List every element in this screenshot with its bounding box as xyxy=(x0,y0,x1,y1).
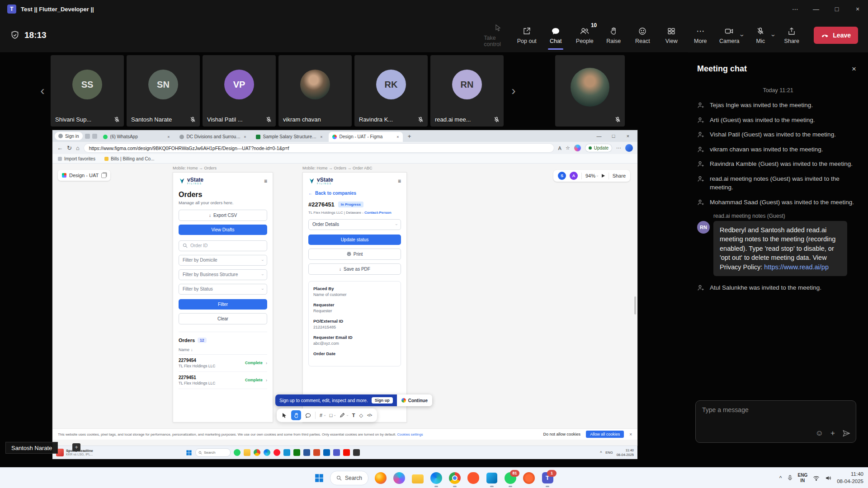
acrobat-icon[interactable] xyxy=(343,449,350,456)
language-indicator[interactable]: ENG IN xyxy=(798,473,808,483)
firefox-icon[interactable] xyxy=(374,472,387,484)
send-icon[interactable] xyxy=(842,429,850,437)
refresh-icon[interactable]: ↻ xyxy=(67,145,72,151)
browser-update-button[interactable]: Update xyxy=(585,144,612,152)
browser-maximize-button[interactable]: □ xyxy=(606,130,621,142)
participant-tile[interactable]: SS Shivani Sup... xyxy=(51,55,124,127)
frame-tool-icon[interactable]: # xyxy=(320,413,322,418)
pen-tool-icon[interactable] xyxy=(340,413,345,418)
update-status-button[interactable]: Update status xyxy=(308,235,401,245)
contact-person-link[interactable]: Contact-Person xyxy=(364,211,392,215)
terminal-icon[interactable] xyxy=(353,449,360,456)
filter-status-select[interactable]: Filter by Status › xyxy=(179,284,267,295)
bookmark-bills-item[interactable]: Bills | Billing and Co... xyxy=(104,156,155,161)
scroll-left-icon[interactable]: ‹ xyxy=(36,80,49,102)
shared-system-tray[interactable]: ^ ENG 11:40 08-04-2025 xyxy=(600,448,634,457)
taskbar-search-box[interactable]: Search xyxy=(330,471,368,485)
react-button[interactable]: React xyxy=(628,20,656,50)
url-field[interactable]: https://www.figma.com/design/9BKQ0FOHRWa… xyxy=(84,143,554,153)
edge-icon[interactable] xyxy=(264,449,270,456)
raise-hand-button[interactable]: Raise xyxy=(599,20,627,50)
order-details-select[interactable]: Order Details › xyxy=(308,219,401,230)
frame-title[interactable]: Mobile: Home → Orders xyxy=(173,166,217,170)
browser-signin-chip[interactable]: Sign in xyxy=(55,132,83,140)
collaborator-avatar[interactable]: A xyxy=(570,172,578,180)
tray-expand-icon[interactable]: ^ xyxy=(600,450,602,455)
save-as-pdf-button[interactable]: ↓ Save as PDF xyxy=(308,263,401,275)
teams-icon[interactable]: T1 xyxy=(541,472,554,484)
chevron-down-icon[interactable]: › xyxy=(323,415,327,416)
word-icon[interactable] xyxy=(303,449,310,456)
tab-dc-divisions[interactable]: DC Divisions and Surroundings × xyxy=(176,132,250,142)
view-drafts-button[interactable]: View Drafts xyxy=(179,225,267,235)
browser-close-button[interactable]: × xyxy=(621,130,635,142)
view-button[interactable]: View xyxy=(657,20,685,50)
filter-button[interactable]: Filter xyxy=(179,299,267,310)
print-button[interactable]: Print xyxy=(308,249,401,260)
browser-menu-icon[interactable]: ⋯ xyxy=(616,145,621,151)
shape-tool-icon[interactable]: □ xyxy=(330,413,333,418)
signup-button[interactable]: Sign up xyxy=(372,397,393,404)
clear-button[interactable]: Clear xyxy=(179,313,267,324)
leave-button[interactable]: Leave xyxy=(814,27,858,44)
chrome-icon[interactable] xyxy=(448,472,461,484)
frame-title[interactable]: Mobile: Home → Orders → Order ABC xyxy=(302,166,373,170)
tab-whatsapp[interactable]: (6) WhatsApp × xyxy=(99,132,174,142)
people-button[interactable]: 10 People xyxy=(571,20,599,50)
copilot-icon[interactable] xyxy=(574,145,581,151)
menu-icon[interactable]: ≡ xyxy=(398,178,401,184)
component-tool-icon[interactable]: ◇ xyxy=(359,413,363,418)
more-button[interactable]: ⋯ More xyxy=(686,20,714,50)
overlay-add-icon[interactable]: + xyxy=(72,443,80,451)
move-tool-icon[interactable] xyxy=(282,413,287,418)
scroll-right-icon[interactable]: › xyxy=(507,80,520,102)
chat-button[interactable]: Chat xyxy=(542,20,570,50)
back-to-companies-link[interactable]: ← Back to companies xyxy=(308,191,401,196)
brave-icon[interactable] xyxy=(467,472,480,484)
zoom-level[interactable]: 94% xyxy=(585,173,595,178)
file-explorer-icon[interactable] xyxy=(244,449,250,456)
tray-mic-icon[interactable] xyxy=(788,475,793,481)
continue-with-google-button[interactable]: Continue xyxy=(397,394,432,406)
participant-tile[interactable]: RK Ravindra K... xyxy=(354,55,428,127)
browser-profile-avatar[interactable] xyxy=(625,144,633,152)
start-icon[interactable] xyxy=(186,450,192,456)
opera-icon[interactable] xyxy=(274,449,280,456)
whatsapp-icon[interactable] xyxy=(234,449,241,456)
home-icon[interactable]: ⌂ xyxy=(76,145,80,151)
titlebar-more-icon[interactable]: ⋯ xyxy=(785,0,806,18)
browser-minimize-button[interactable]: — xyxy=(592,130,606,142)
camera-dropdown-icon[interactable]: › xyxy=(739,34,746,37)
teams-icon[interactable] xyxy=(333,449,340,456)
tab-salary-sheet[interactable]: Sample Salary Structure with cal... × xyxy=(252,132,326,142)
deny-cookies-button[interactable]: Do not allow cookies xyxy=(543,432,581,436)
new-tab-button[interactable]: + xyxy=(405,133,414,140)
chevron-down-icon[interactable]: › xyxy=(333,415,337,416)
zoom-dropdown-icon[interactable]: › xyxy=(595,175,599,177)
attach-plus-icon[interactable]: + xyxy=(830,429,835,438)
excel-icon[interactable] xyxy=(293,449,300,456)
chevron-down-icon[interactable]: › xyxy=(345,415,349,416)
cookie-settings-link[interactable]: Cookies settings xyxy=(397,432,423,436)
table-header[interactable]: Name ↓ xyxy=(179,347,267,355)
tray-expand-icon[interactable]: ^ xyxy=(779,475,782,481)
chrome-icon[interactable] xyxy=(254,449,260,456)
order-row[interactable]: 2279454 TL Flex Holdings LLC Complete › xyxy=(179,355,267,372)
tab-close-icon[interactable]: × xyxy=(396,135,399,139)
back-icon[interactable]: ← xyxy=(57,145,63,151)
import-favorites-item[interactable]: Import favorites xyxy=(58,156,95,161)
vscode-icon[interactable] xyxy=(486,472,498,484)
chat-close-icon[interactable]: × xyxy=(852,65,856,74)
file-explorer-icon[interactable] xyxy=(411,472,424,484)
share-button[interactable]: Share xyxy=(778,20,806,50)
tab-close-icon[interactable]: × xyxy=(244,135,246,139)
tab-close-icon[interactable]: × xyxy=(320,135,322,139)
take-control-button[interactable]: Take control xyxy=(484,20,512,50)
figma-share-button[interactable]: Share xyxy=(613,173,626,178)
export-csv-button[interactable]: ↓ Export CSV xyxy=(179,210,267,221)
mic-dropdown-icon[interactable]: › xyxy=(770,34,778,37)
edge-icon[interactable] xyxy=(430,472,443,484)
vscode-icon[interactable] xyxy=(283,449,290,456)
filter-business-structure-select[interactable]: Filter by Business Structure › xyxy=(179,269,267,280)
hand-tool-icon[interactable] xyxy=(291,410,301,420)
